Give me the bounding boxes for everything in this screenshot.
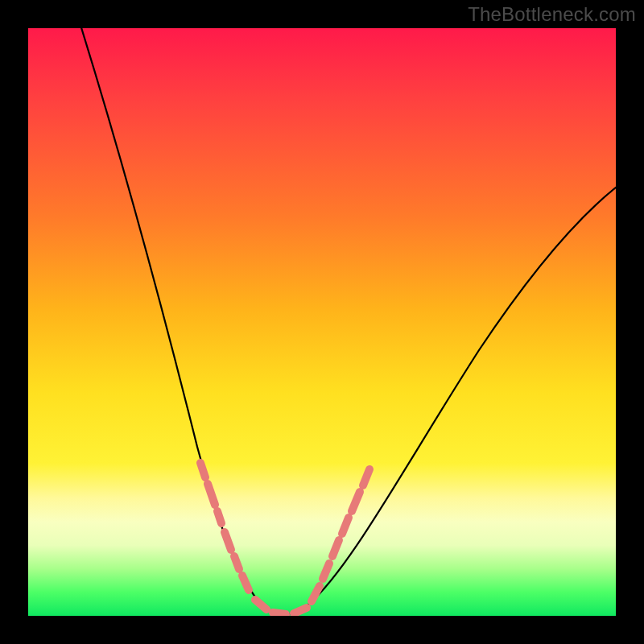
- marker: [242, 576, 249, 590]
- marker: [363, 469, 369, 485]
- marker: [208, 484, 215, 505]
- marker: [352, 492, 360, 511]
- marker: [342, 518, 349, 534]
- marker: [332, 540, 339, 556]
- marker: [294, 608, 307, 613]
- marker: [255, 600, 266, 609]
- marker: [273, 613, 286, 614]
- marker: [200, 463, 205, 477]
- marker-group: [200, 463, 369, 614]
- watermark-text: TheBottleneck.com: [468, 3, 636, 26]
- plot-area: [28, 28, 616, 616]
- marker: [217, 511, 221, 523]
- marker: [225, 532, 231, 550]
- marker: [234, 556, 239, 569]
- marker: [323, 564, 329, 579]
- bottleneck-curve: [28, 28, 616, 616]
- marker: [312, 586, 320, 601]
